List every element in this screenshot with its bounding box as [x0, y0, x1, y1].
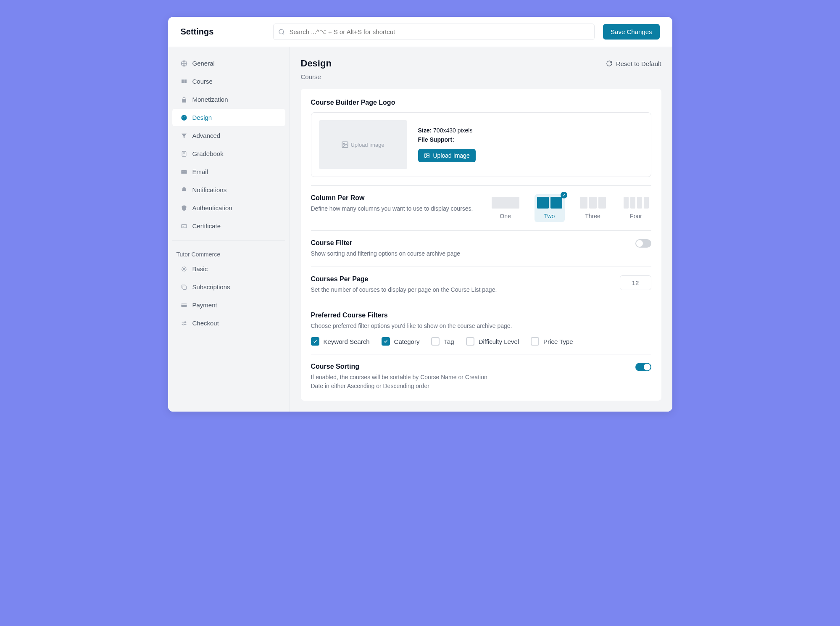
clipboard-icon: [181, 151, 187, 157]
toggle-knob: [636, 240, 643, 247]
save-changes-button[interactable]: Save Changes: [603, 24, 659, 40]
search-wrapper: [273, 24, 595, 40]
course-sorting-toggle[interactable]: [635, 363, 651, 371]
sidebar-item-basic[interactable]: Basic: [172, 260, 285, 277]
courses-per-page-input[interactable]: [620, 275, 651, 290]
mail-icon: [181, 169, 187, 175]
section-desc: Define how many columns you want to use …: [311, 204, 481, 213]
section-text: Course Filter Show sorting and filtering…: [311, 239, 498, 258]
svg-rect-10: [181, 304, 187, 305]
size-label: Size:: [418, 127, 432, 134]
column-preview: [580, 197, 606, 209]
page-head: Design Reset to Default: [301, 58, 661, 69]
credit-icon: [181, 302, 187, 309]
palette-icon: [181, 114, 187, 121]
sliders-icon: [181, 320, 187, 327]
column-preview-block: [644, 197, 649, 209]
settings-app: Settings Save Changes GeneralCourseMonet…: [168, 17, 672, 412]
size-line: Size: 700x430 pixels: [418, 127, 476, 134]
section-text: Course Sorting If enabled, the courses w…: [311, 363, 498, 391]
course-filter-toggle[interactable]: [635, 239, 651, 248]
column-option-four[interactable]: ✓Four: [621, 194, 651, 222]
section-title: Preferred Course Filters: [311, 312, 651, 319]
checkbox-icon: [382, 337, 390, 346]
section-course-sorting: Course Sorting If enabled, the courses w…: [311, 363, 651, 391]
section-logo: Course Builder Page Logo Upload image Si…: [311, 99, 651, 186]
sidebar-item-gradebook[interactable]: Gradebook: [172, 145, 285, 162]
page-title: Design: [301, 58, 332, 69]
column-option-label: Three: [580, 213, 606, 219]
svg-point-14: [344, 143, 345, 144]
filter-checkbox-keyword-search[interactable]: Keyword Search: [311, 337, 370, 346]
column-option-label: Four: [624, 213, 649, 219]
section-text: Courses Per Page Set the number of cours…: [311, 275, 498, 294]
column-preview-block: [537, 197, 549, 209]
nav-divider: [172, 240, 285, 241]
svg-point-3: [182, 116, 183, 117]
sidebar-item-notifications[interactable]: Notifications: [172, 181, 285, 198]
gear-icon: [181, 266, 187, 272]
sidebar-item-general[interactable]: General: [172, 55, 285, 72]
checkbox-label: Difficulty Level: [479, 338, 519, 345]
sidebar-item-email[interactable]: Email: [172, 163, 285, 180]
shield-icon: [181, 205, 187, 211]
card-icon: [181, 223, 187, 230]
sidebar-item-monetization[interactable]: Monetization: [172, 91, 285, 108]
svg-rect-8: [183, 286, 186, 289]
sidebar-item-checkout[interactable]: Checkout: [172, 314, 285, 332]
upload-drop-text: Upload image: [350, 142, 384, 148]
sidebar-item-label: Basic: [192, 265, 208, 272]
sidebar-item-label: Subscriptions: [192, 283, 230, 291]
sidebar-item-label: General: [192, 60, 215, 67]
image-icon: [341, 141, 349, 148]
nav-section-header: Tutor Commerce: [168, 247, 290, 260]
sidebar-item-authentication[interactable]: Authentication: [172, 199, 285, 217]
toggle-knob: [644, 364, 650, 370]
upload-dropzone[interactable]: Upload image: [319, 120, 407, 169]
filter-icon: [181, 132, 187, 139]
section-per-page: Courses Per Page Set the number of cours…: [311, 275, 651, 303]
sidebar-item-payment[interactable]: Payment: [172, 296, 285, 314]
search-input[interactable]: [273, 24, 595, 40]
section-title: Course Builder Page Logo: [311, 99, 651, 106]
svg-point-16: [426, 154, 427, 155]
sidebar-item-certificate[interactable]: Certificate: [172, 217, 285, 235]
sidebar-item-course[interactable]: Course: [172, 73, 285, 90]
column-preview: [492, 197, 519, 209]
upload-image-button[interactable]: Upload Image: [418, 149, 476, 162]
section-preferred-filters: Preferred Course Filters Choose preferre…: [311, 312, 651, 354]
filter-checkbox-category[interactable]: Category: [382, 337, 420, 346]
checkbox-icon: [431, 337, 440, 346]
section-desc: Show sorting and filtering options on co…: [311, 249, 498, 258]
svg-point-4: [184, 116, 185, 117]
reset-to-default-link[interactable]: Reset to Default: [606, 60, 661, 67]
section-course-filter: Course Filter Show sorting and filtering…: [311, 239, 651, 267]
sidebar-item-design[interactable]: Design: [172, 109, 285, 126]
filter-checkboxes: Keyword SearchCategoryTagDifficulty Leve…: [311, 337, 651, 346]
filter-checkbox-tag[interactable]: Tag: [431, 337, 454, 346]
sidebar-item-advanced[interactable]: Advanced: [172, 127, 285, 144]
checkbox-icon: [466, 337, 474, 346]
sidebar-item-subscriptions[interactable]: Subscriptions: [172, 278, 285, 296]
column-option-one[interactable]: ✓One: [489, 194, 522, 222]
checkbox-label: Category: [394, 338, 420, 345]
money-icon: [181, 96, 187, 103]
page-header-title: Settings: [181, 27, 265, 37]
column-option-label: Two: [537, 213, 562, 219]
main-content: Design Reset to Default Course Course Bu…: [290, 47, 672, 412]
section-text: Column Per Row Define how many columns y…: [311, 194, 481, 213]
column-preview-block: [589, 197, 597, 209]
checkbox-label: Keyword Search: [324, 338, 370, 345]
sidebar-item-label: Checkout: [192, 320, 219, 327]
column-option-two[interactable]: ✓Two: [535, 194, 565, 222]
refresh-icon: [606, 60, 613, 67]
upload-btn-label: Upload Image: [433, 152, 470, 159]
section-title: Column Per Row: [311, 194, 481, 202]
column-preview-block: [580, 197, 587, 209]
filter-checkbox-price-type[interactable]: Price Type: [531, 337, 573, 346]
svg-point-2: [181, 115, 187, 120]
sidebar: GeneralCourseMonetizationDesignAdvancedG…: [168, 47, 290, 412]
sidebar-item-label: Gradebook: [192, 150, 224, 157]
filter-checkbox-difficulty-level[interactable]: Difficulty Level: [466, 337, 519, 346]
column-option-three[interactable]: ✓Three: [577, 194, 608, 222]
